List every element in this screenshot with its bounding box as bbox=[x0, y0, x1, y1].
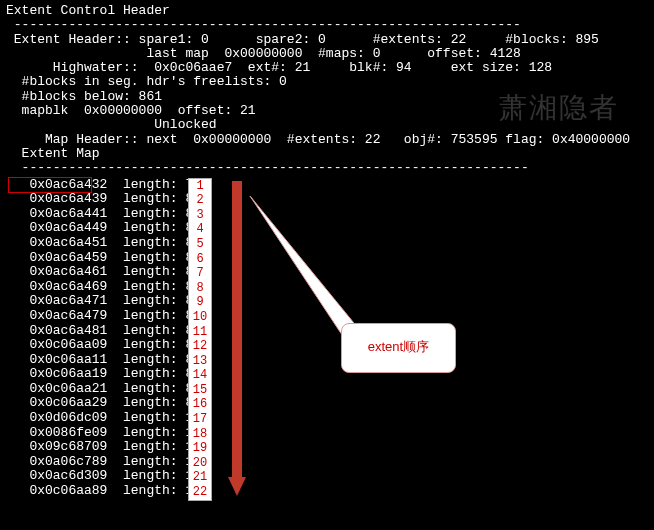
sequence-number: 3 bbox=[189, 208, 211, 223]
hdr-line: Unlocked bbox=[6, 118, 648, 132]
sequence-number: 7 bbox=[189, 266, 211, 281]
extent-row: 0x09c68709 length: 128 bbox=[6, 440, 648, 455]
extent-row: 0x0c06aa29 length: 8 bbox=[6, 396, 648, 411]
extent-row: 0x0ac6a451 length: 8 bbox=[6, 236, 648, 251]
extent-row: 0x0ac6a471 length: 8 bbox=[6, 294, 648, 309]
map-label: Extent Map bbox=[6, 147, 648, 161]
sequence-column: 12345678910111213141516171819202122 bbox=[188, 178, 212, 501]
sequence-number: 4 bbox=[189, 222, 211, 237]
sequence-number: 8 bbox=[189, 281, 211, 296]
sequence-number: 10 bbox=[189, 310, 211, 325]
sequence-number: 21 bbox=[189, 470, 211, 485]
extent-row: 0x0ac6a432 length: 7 bbox=[6, 178, 648, 193]
annotation-callout: extent顺序 bbox=[341, 323, 456, 373]
hdr-line: mapblk 0x00000000 offset: 21 bbox=[6, 104, 648, 118]
extent-row: 0x0c06aa21 length: 8 bbox=[6, 382, 648, 397]
hdr-line: last map 0x00000000 #maps: 0 offset: 412… bbox=[6, 47, 648, 61]
sequence-number: 15 bbox=[189, 383, 211, 398]
extent-row: 0x0c06aa11 length: 8 bbox=[6, 353, 648, 368]
sequence-number: 20 bbox=[189, 456, 211, 471]
sequence-number: 5 bbox=[189, 237, 211, 252]
sequence-number: 2 bbox=[189, 193, 211, 208]
sequence-number: 14 bbox=[189, 368, 211, 383]
sequence-number: 16 bbox=[189, 397, 211, 412]
sequence-number: 17 bbox=[189, 412, 211, 427]
extent-row: 0x0c06aa09 length: 8 bbox=[6, 338, 648, 353]
sequence-number: 19 bbox=[189, 441, 211, 456]
hdr-line: Map Header:: next 0x00000000 #extents: 2… bbox=[6, 133, 648, 147]
extent-row: 0x0ac6a461 length: 8 bbox=[6, 265, 648, 280]
extent-row: 0x0a06c789 length: 128 bbox=[6, 455, 648, 470]
hdr-line: #blocks below: 861 bbox=[6, 90, 648, 104]
sequence-number: 12 bbox=[189, 339, 211, 354]
hdr-line: Highwater:: 0x0c06aae7 ext#: 21 blk#: 94… bbox=[6, 61, 648, 75]
sequence-number: 18 bbox=[189, 427, 211, 442]
section-title: Extent Control Header bbox=[6, 4, 648, 18]
extent-row: 0x0ac6a441 length: 8 bbox=[6, 207, 648, 222]
extent-row: 0x0ac6a479 length: 8 bbox=[6, 309, 648, 324]
extent-row: 0x0ac6a469 length: 8 bbox=[6, 280, 648, 295]
extent-row: 0x0c06aa89 length: 128 bbox=[6, 484, 648, 499]
divider: ----------------------------------------… bbox=[6, 161, 648, 175]
sequence-number: 22 bbox=[189, 485, 211, 500]
extent-row: 0x0c06aa19 length: 8 bbox=[6, 367, 648, 382]
hdr-line: Extent Header:: spare1: 0 spare2: 0 #ext… bbox=[6, 33, 648, 47]
annotation-label: extent顺序 bbox=[368, 340, 429, 354]
extent-row: 0x0ac6a449 length: 8 bbox=[6, 221, 648, 236]
extent-row: 0x0ac6a459 length: 8 bbox=[6, 251, 648, 266]
sequence-number: 11 bbox=[189, 325, 211, 340]
sequence-number: 6 bbox=[189, 252, 211, 267]
extent-map-block: 12345678910111213141516171819202122 exte… bbox=[6, 178, 648, 499]
extent-row: 0x0ac6d309 length: 128 bbox=[6, 469, 648, 484]
extent-row: 0x0ac6a439 length: 8 bbox=[6, 192, 648, 207]
sequence-number: 9 bbox=[189, 295, 211, 310]
divider: ----------------------------------------… bbox=[6, 18, 648, 32]
extent-row: 0x0d06dc09 length: 128 bbox=[6, 411, 648, 426]
hdr-line: #blocks in seg. hdr's freelists: 0 bbox=[6, 75, 648, 89]
sequence-number: 13 bbox=[189, 354, 211, 369]
sequence-number: 1 bbox=[189, 179, 211, 194]
extent-row: 0x0086fe09 length: 128 bbox=[6, 426, 648, 441]
extent-row: 0x0ac6a481 length: 8 bbox=[6, 324, 648, 339]
